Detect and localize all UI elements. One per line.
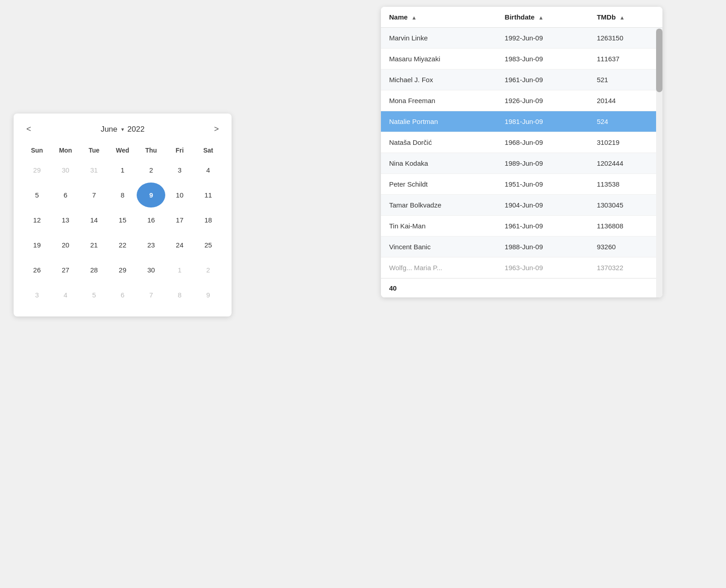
table-row[interactable]: Nataša Dorčić1968-Jun-09310219 — [381, 132, 662, 153]
table-header: Name ▲ Birthdate ▲ TMDb ▲ — [381, 7, 662, 28]
cell-name: Tin Kai-Man — [381, 216, 497, 237]
calendar-day-1-6[interactable]: 11 — [194, 183, 222, 208]
calendar-day-4-6[interactable]: 2 — [194, 257, 222, 282]
calendar-day-0-5[interactable]: 3 — [165, 158, 194, 183]
calendar-day-1-3[interactable]: 8 — [109, 183, 137, 208]
cell-tmdb: 1136808 — [588, 216, 662, 237]
cell-tmdb: 310219 — [588, 132, 662, 153]
calendar-day-0-6[interactable]: 4 — [194, 158, 222, 183]
calendar-day-3-1[interactable]: 20 — [51, 232, 80, 257]
calendar-day-5-5[interactable]: 8 — [165, 282, 194, 307]
table-row[interactable]: Tin Kai-Man1961-Jun-091136808 — [381, 216, 662, 237]
calendar-day-4-2[interactable]: 28 — [80, 257, 109, 282]
cell-name: Nataša Dorčić — [381, 132, 497, 153]
calendar-day-3-4[interactable]: 23 — [137, 232, 165, 257]
calendar-day-4-3[interactable]: 29 — [109, 257, 137, 282]
calendar-day-2-4[interactable]: 16 — [137, 208, 165, 232]
calendar-day-4-4[interactable]: 30 — [137, 257, 165, 282]
cell-name: Natalie Portman — [381, 111, 497, 132]
calendar-day-1-4[interactable]: 9 — [137, 183, 165, 208]
day-header-thu: Thu — [137, 143, 165, 158]
scrollbar-track[interactable] — [656, 29, 662, 297]
cell-name: Wolfg... Maria P... — [381, 257, 497, 278]
calendar-next-button[interactable]: > — [210, 123, 222, 136]
cell-birthdate: 1983-Jun-09 — [497, 49, 589, 69]
cell-birthdate: 1989-Jun-09 — [497, 153, 589, 174]
data-table: Name ▲ Birthdate ▲ TMDb ▲ Marvin Linke19… — [381, 7, 662, 278]
calendar-day-0-4[interactable]: 2 — [137, 158, 165, 183]
calendar-prev-button[interactable]: < — [23, 123, 35, 136]
cell-name: Tamar Bolkvadze — [381, 195, 497, 216]
day-header-mon: Mon — [51, 143, 80, 158]
calendar-day-5-4[interactable]: 7 — [137, 282, 165, 307]
table-row[interactable]: Tamar Bolkvadze1904-Jun-091303045 — [381, 195, 662, 216]
calendar-day-0-0[interactable]: 29 — [23, 158, 51, 183]
calendar-day-5-2[interactable]: 5 — [80, 282, 109, 307]
calendar-day-4-0[interactable]: 26 — [23, 257, 51, 282]
table-row[interactable]: Peter Schildt1951-Jun-09113538 — [381, 174, 662, 195]
calendar-week-row-5: 3456789 — [23, 282, 222, 307]
cell-birthdate: 1992-Jun-09 — [497, 28, 589, 49]
table-row[interactable]: Michael J. Fox1961-Jun-09521 — [381, 69, 662, 90]
calendar-day-5-6[interactable]: 9 — [194, 282, 222, 307]
calendar-day-2-0[interactable]: 12 — [23, 208, 51, 232]
calendar-header: < June ▾ 2022 > — [23, 123, 222, 136]
calendar-day-2-2[interactable]: 14 — [80, 208, 109, 232]
calendar-month-year: June ▾ 2022 — [101, 125, 145, 134]
table-row[interactable]: Mona Freeman1926-Jun-0920144 — [381, 90, 662, 111]
cell-tmdb: 521 — [588, 69, 662, 90]
col-header-birthdate[interactable]: Birthdate ▲ — [497, 7, 589, 28]
calendar-day-2-6[interactable]: 18 — [194, 208, 222, 232]
table-row[interactable]: Natalie Portman1981-Jun-09524 — [381, 111, 662, 132]
calendar-day-3-0[interactable]: 19 — [23, 232, 51, 257]
calendar-day-0-2[interactable]: 31 — [80, 158, 109, 183]
cell-tmdb: 113538 — [588, 174, 662, 195]
calendar-month: June — [101, 125, 118, 134]
calendar-day-1-0[interactable]: 5 — [23, 183, 51, 208]
calendar-day-0-1[interactable]: 30 — [51, 158, 80, 183]
scrollbar-thumb[interactable] — [656, 29, 662, 92]
calendar-day-5-0[interactable]: 3 — [23, 282, 51, 307]
calendar-dropdown-icon[interactable]: ▾ — [121, 126, 124, 133]
col-header-name[interactable]: Name ▲ — [381, 7, 497, 28]
calendar-day-2-3[interactable]: 15 — [109, 208, 137, 232]
table-row[interactable]: Wolfg... Maria P...1963-Jun-091370322 — [381, 257, 662, 278]
table-header-row: Name ▲ Birthdate ▲ TMDb ▲ — [381, 7, 662, 28]
calendar-days-header-row: Sun Mon Tue Wed Thu Fri Sat — [23, 143, 222, 158]
table-row[interactable]: Vincent Banic1988-Jun-0993260 — [381, 237, 662, 257]
table-row[interactable]: Nina Kodaka1989-Jun-091202444 — [381, 153, 662, 174]
table-body: Marvin Linke1992-Jun-091263150Masaru Miy… — [381, 28, 662, 278]
calendar-day-5-1[interactable]: 4 — [51, 282, 80, 307]
cell-name: Marvin Linke — [381, 28, 497, 49]
cell-birthdate: 1926-Jun-09 — [497, 90, 589, 111]
calendar-day-3-6[interactable]: 25 — [194, 232, 222, 257]
cell-birthdate: 1981-Jun-09 — [497, 111, 589, 132]
calendar-day-5-3[interactable]: 6 — [109, 282, 137, 307]
calendar-day-0-3[interactable]: 1 — [109, 158, 137, 183]
cell-tmdb: 1303045 — [588, 195, 662, 216]
calendar-day-1-1[interactable]: 6 — [51, 183, 80, 208]
calendar-day-3-2[interactable]: 21 — [80, 232, 109, 257]
data-table-container: Name ▲ Birthdate ▲ TMDb ▲ Marvin Linke19… — [381, 7, 662, 297]
calendar-week-row-1: 567891011 — [23, 183, 222, 208]
table-wrapper: Name ▲ Birthdate ▲ TMDb ▲ Marvin Linke19… — [381, 7, 662, 297]
calendar-day-2-1[interactable]: 13 — [51, 208, 80, 232]
calendar-day-3-5[interactable]: 24 — [165, 232, 194, 257]
calendar-year: 2022 — [128, 125, 145, 134]
day-header-fri: Fri — [165, 143, 194, 158]
calendar-day-2-5[interactable]: 17 — [165, 208, 194, 232]
calendar-day-4-5[interactable]: 1 — [165, 257, 194, 282]
calendar-day-1-5[interactable]: 10 — [165, 183, 194, 208]
table-row[interactable]: Marvin Linke1992-Jun-091263150 — [381, 28, 662, 49]
calendar-day-3-3[interactable]: 22 — [109, 232, 137, 257]
cell-tmdb: 111637 — [588, 49, 662, 69]
calendar-week-row-0: 2930311234 — [23, 158, 222, 183]
col-header-tmdb[interactable]: TMDb ▲ — [588, 7, 662, 28]
day-header-sun: Sun — [23, 143, 51, 158]
cell-name: Peter Schildt — [381, 174, 497, 195]
table-row[interactable]: Masaru Miyazaki1983-Jun-09111637 — [381, 49, 662, 69]
calendar-day-1-2[interactable]: 7 — [80, 183, 109, 208]
calendar-week-row-3: 19202122232425 — [23, 232, 222, 257]
calendar-grid: Sun Mon Tue Wed Thu Fri Sat 293031123456… — [23, 143, 222, 307]
calendar-day-4-1[interactable]: 27 — [51, 257, 80, 282]
